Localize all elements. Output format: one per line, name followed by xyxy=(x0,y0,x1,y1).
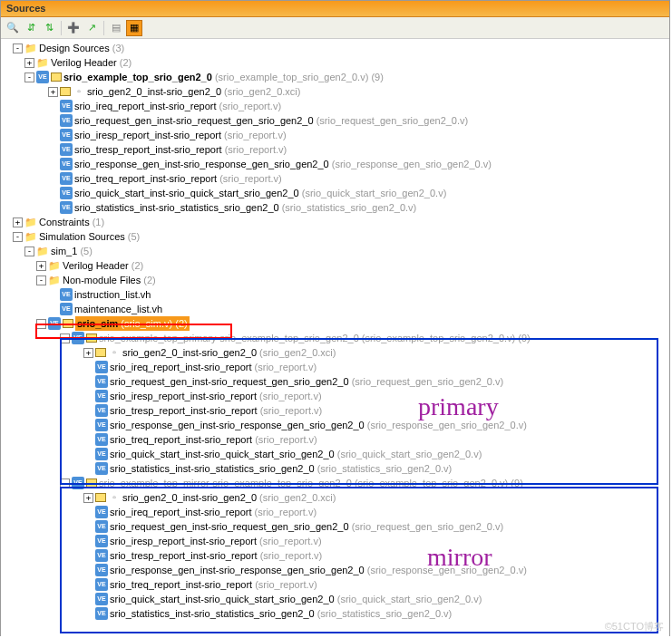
tree-item[interactable]: VEsrio_request_gen_inst - srio_request_g… xyxy=(1,519,669,534)
tree-item[interactable]: -📁sim_1 (5) xyxy=(1,244,669,258)
expand-icon[interactable]: ⇵ xyxy=(23,20,39,36)
tree-item[interactable]: VEsrio_response_gen_inst - srio_response… xyxy=(1,563,669,577)
collapse-icon[interactable]: - xyxy=(24,246,34,256)
file-icon: ▫ xyxy=(108,491,121,504)
hierarchy-icon xyxy=(86,478,97,488)
tree-item[interactable]: VEsrio_iresp_report_inst - srio_report (… xyxy=(1,128,669,142)
tree-item[interactable]: VEsrio_quick_start_inst - srio_quick_sta… xyxy=(1,186,669,200)
tree-item[interactable]: VEsrio_quick_start_inst - srio_quick_sta… xyxy=(1,592,669,606)
tree-item[interactable]: VEsrio_treq_report_inst - srio_report (s… xyxy=(1,577,669,592)
verilog-icon: VE xyxy=(48,317,61,330)
tree-item[interactable]: VEsrio_request_gen_inst - srio_request_g… xyxy=(1,374,669,389)
tree-item[interactable]: +📁Verilog Header (2) xyxy=(1,258,669,273)
tree-item[interactable]: VEsrio_ireq_report_inst - srio_report (s… xyxy=(1,360,669,374)
tree-item[interactable]: VEsrio_response_gen_inst - srio_response… xyxy=(1,418,669,432)
collapse-icon[interactable]: - xyxy=(24,72,34,82)
tree-item-selected[interactable]: -VEsrio_sim (srio_sim.v) (2) xyxy=(1,316,669,331)
collapse-icon[interactable]: - xyxy=(13,44,23,53)
tree-item[interactable]: VEsrio_iresp_report_inst - srio_report (… xyxy=(1,534,669,548)
settings-icon[interactable]: ▦ xyxy=(126,20,142,36)
verilog-icon: VE xyxy=(95,419,108,431)
verilog-icon: VE xyxy=(95,404,108,417)
tree-item[interactable]: VEmaintenance_list.vh xyxy=(1,302,669,316)
tree-item[interactable]: VEsrio_statistics_inst - srio_statistics… xyxy=(1,606,669,621)
tree-item[interactable]: -📁Simulation Sources (5) xyxy=(1,229,669,244)
verilog-icon: VE xyxy=(95,433,108,446)
verilog-icon: VE xyxy=(95,462,108,475)
verilog-icon: VE xyxy=(60,303,73,315)
tree-item[interactable]: VEsrio_tresp_report_inst - srio_report (… xyxy=(1,548,669,563)
folder-icon: 📁 xyxy=(24,216,37,228)
tree-item[interactable]: VEsrio_ireq_report_inst - srio_report (s… xyxy=(1,505,669,519)
source-tree[interactable]: -📁Design Sources (3) +📁Verilog Header (2… xyxy=(1,39,669,637)
tree-item[interactable]: VEsrio_tresp_report_inst - srio_report (… xyxy=(1,142,669,157)
hierarchy-icon xyxy=(86,334,97,343)
folder-icon: 📁 xyxy=(48,274,61,286)
tree-item[interactable]: VEsrio_response_gen_inst - srio_response… xyxy=(1,157,669,171)
verilog-icon: VE xyxy=(60,172,73,185)
tree-item[interactable]: -📁Non-module Files (2) xyxy=(1,273,669,287)
ip-icon xyxy=(95,348,106,357)
toolbar: 🔍 ⇵ ⇅ ➕ ↗ ▤ ▦ xyxy=(1,17,669,39)
doc-icon[interactable]: ▤ xyxy=(108,20,124,36)
verilog-icon: VE xyxy=(95,564,108,576)
tree-item[interactable]: +▫srio_gen2_0_inst - srio_gen2_0 (srio_g… xyxy=(1,84,669,99)
tree-item[interactable]: VEsrio_treq_report_inst - srio_report (s… xyxy=(1,432,669,447)
tree-item[interactable]: +▫srio_gen2_0_inst - srio_gen2_0 (srio_g… xyxy=(1,490,669,505)
folder-icon: 📁 xyxy=(36,56,49,69)
tree-item[interactable]: VEsrio_ireq_report_inst - srio_report (s… xyxy=(1,99,669,113)
verilog-icon: VE xyxy=(95,593,108,605)
verilog-icon: VE xyxy=(60,129,73,141)
tree-item[interactable]: -VEsrio_example_top_srio_gen2_0 (srio_ex… xyxy=(1,70,669,84)
folder-icon: 📁 xyxy=(24,42,37,54)
window-title: Sources xyxy=(1,1,669,17)
collapse-icon[interactable]: - xyxy=(36,319,46,329)
export-icon[interactable]: ↗ xyxy=(83,20,100,36)
verilog-icon: VE xyxy=(60,201,73,214)
collapse-icon[interactable]: - xyxy=(13,232,23,242)
tree-item[interactable]: +📁Verilog Header (2) xyxy=(1,55,669,70)
tree-item[interactable]: VEsrio_treq_report_inst - srio_report (s… xyxy=(1,171,669,186)
ip-icon xyxy=(60,87,71,96)
verilog-icon: VE xyxy=(95,607,108,620)
verilog-icon: VE xyxy=(95,506,108,518)
hierarchy-icon xyxy=(63,319,73,328)
verilog-icon: VE xyxy=(36,71,49,83)
expand-icon[interactable]: + xyxy=(83,348,93,358)
verilog-icon: VE xyxy=(95,361,108,373)
tree-item[interactable]: -📁Design Sources (3) xyxy=(1,41,669,55)
tree-item[interactable]: -VEsrio_example_top_primary - srio_examp… xyxy=(1,331,669,345)
hierarchy-icon xyxy=(51,72,62,82)
tree-item[interactable]: VEinstruction_list.vh xyxy=(1,287,669,302)
tree-item[interactable]: -VEsrio_example_top_mirror - srio_exampl… xyxy=(1,476,669,490)
tree-item[interactable]: VEsrio_statistics_inst - srio_statistics… xyxy=(1,461,669,476)
expand-icon[interactable]: + xyxy=(48,87,58,97)
collapse-icon[interactable]: - xyxy=(60,478,70,488)
verilog-icon: VE xyxy=(60,100,73,112)
verilog-icon: VE xyxy=(60,187,73,199)
verilog-icon: VE xyxy=(95,578,108,591)
verilog-icon: VE xyxy=(95,549,108,562)
collapse-icon[interactable]: - xyxy=(36,276,46,285)
expand-icon[interactable]: + xyxy=(13,218,23,227)
tree-item[interactable]: VEsrio_tresp_report_inst - srio_report (… xyxy=(1,403,669,418)
tree-item[interactable]: +▫srio_gen2_0_inst - srio_gen2_0 (srio_g… xyxy=(1,345,669,360)
tree-item[interactable]: VEsrio_quick_start_inst - srio_quick_sta… xyxy=(1,447,669,461)
search-icon[interactable]: 🔍 xyxy=(5,20,21,36)
collapse-icon[interactable]: - xyxy=(60,334,70,343)
add-icon[interactable]: ➕ xyxy=(65,20,82,36)
expand-icon[interactable]: + xyxy=(24,58,34,68)
expand-icon[interactable]: + xyxy=(83,493,93,503)
verilog-icon: VE xyxy=(60,158,73,170)
verilog-icon: VE xyxy=(95,375,108,388)
folder-icon: 📁 xyxy=(36,245,49,257)
verilog-icon: VE xyxy=(72,477,84,489)
tree-item[interactable]: VEsrio_iresp_report_inst - srio_report (… xyxy=(1,389,669,403)
verilog-icon: VE xyxy=(60,143,73,156)
tree-item[interactable]: +📁Constraints (1) xyxy=(1,215,669,229)
collapse-icon[interactable]: ⇅ xyxy=(41,20,57,36)
folder-icon: 📁 xyxy=(48,259,61,272)
tree-item[interactable]: VEsrio_request_gen_inst - srio_request_g… xyxy=(1,113,669,128)
expand-icon[interactable]: + xyxy=(36,261,46,271)
tree-item[interactable]: VEsrio_statistics_inst - srio_statistics… xyxy=(1,200,669,215)
